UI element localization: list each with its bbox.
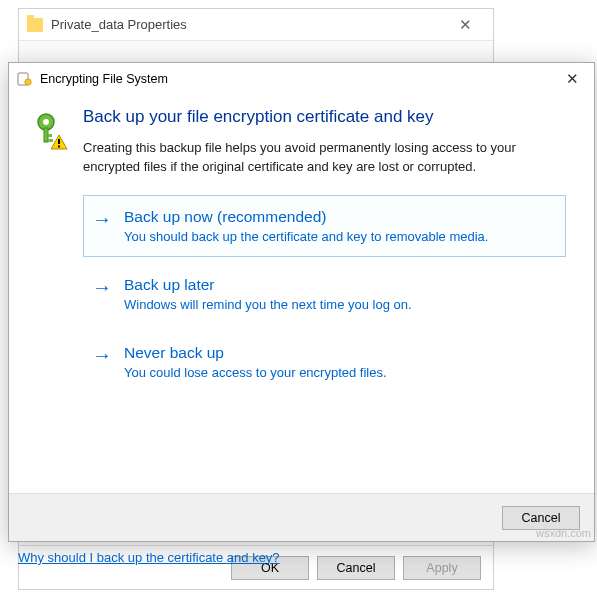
- properties-titlebar: Private_data Properties ✕: [19, 9, 493, 41]
- efs-dialog: Encrypting File System ✕ Back up your fi…: [8, 62, 595, 542]
- arrow-right-icon: →: [92, 209, 112, 229]
- svg-rect-5: [44, 128, 48, 142]
- option-title: Back up later: [124, 276, 555, 294]
- key-cert-icon: [17, 71, 33, 87]
- efs-titlebar: Encrypting File System ✕: [9, 63, 594, 95]
- svg-rect-9: [58, 139, 60, 144]
- watermark: wsxdn.com: [536, 527, 591, 539]
- option-text: Never back up You could lose access to y…: [124, 344, 555, 380]
- key-warning-icon: [33, 107, 69, 493]
- folder-icon: [27, 18, 43, 32]
- close-icon[interactable]: ✕: [550, 64, 594, 94]
- option-title: Back up now (recommended): [124, 208, 555, 226]
- svg-rect-7: [48, 139, 53, 142]
- option-backup-now[interactable]: → Back up now (recommended) You should b…: [83, 195, 566, 257]
- arrow-right-icon: →: [92, 345, 112, 365]
- close-icon[interactable]: ✕: [445, 10, 485, 40]
- efs-body: Back up your file encryption certificate…: [9, 95, 594, 493]
- svg-rect-6: [48, 134, 52, 137]
- efs-title: Encrypting File System: [40, 72, 550, 86]
- properties-title: Private_data Properties: [51, 17, 445, 32]
- efs-heading: Back up your file encryption certificate…: [83, 107, 566, 127]
- option-desc: You could lose access to your encrypted …: [124, 365, 555, 380]
- svg-rect-2: [30, 81, 32, 82]
- help-link[interactable]: Why should I back up the certificate and…: [18, 550, 280, 565]
- svg-rect-10: [58, 146, 60, 148]
- efs-content: Back up your file encryption certificate…: [83, 107, 566, 493]
- svg-point-4: [43, 119, 49, 125]
- efs-footer: Cancel: [9, 493, 594, 541]
- option-desc: Windows will remind you the next time yo…: [124, 297, 555, 312]
- apply-button: Apply: [403, 556, 481, 580]
- option-never-backup[interactable]: → Never back up You could lose access to…: [83, 331, 566, 393]
- option-text: Back up now (recommended) You should bac…: [124, 208, 555, 244]
- cancel-button[interactable]: Cancel: [317, 556, 395, 580]
- option-text: Back up later Windows will remind you th…: [124, 276, 555, 312]
- option-desc: You should back up the certificate and k…: [124, 229, 555, 244]
- arrow-right-icon: →: [92, 277, 112, 297]
- option-backup-later[interactable]: → Back up later Windows will remind you …: [83, 263, 566, 325]
- efs-subtext: Creating this backup file helps you avoi…: [83, 139, 566, 177]
- option-title: Never back up: [124, 344, 555, 362]
- cancel-button[interactable]: Cancel: [502, 506, 580, 530]
